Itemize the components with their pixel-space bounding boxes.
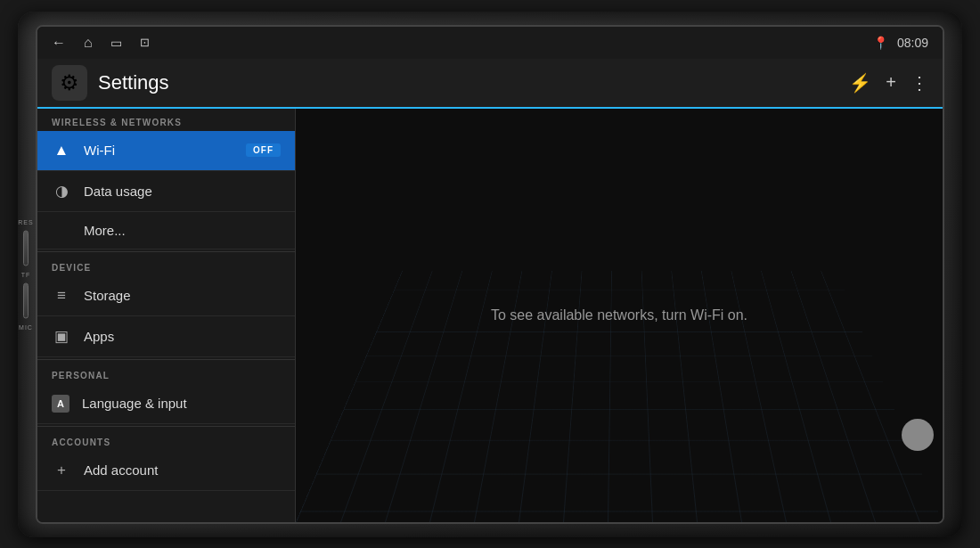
tf-label: TF bbox=[21, 271, 31, 277]
scroll-indicator[interactable] bbox=[902, 419, 934, 451]
settings-header: ⚙ Settings ⚡ + ⋮ bbox=[37, 59, 943, 109]
status-right: 📍 08:09 bbox=[873, 36, 928, 50]
storage-icon: ≡ bbox=[52, 287, 71, 305]
tf-slider[interactable] bbox=[23, 282, 29, 318]
settings-app-icon: ⚙ bbox=[52, 65, 87, 101]
mic-label: MIC bbox=[19, 323, 33, 330]
wifi-toggle[interactable]: OFF bbox=[246, 143, 281, 157]
res-label: RES bbox=[18, 218, 33, 225]
home-icon[interactable]: ⌂ bbox=[84, 35, 93, 51]
flash-icon[interactable]: ⚡ bbox=[849, 72, 871, 94]
wifi-label: Wi-Fi bbox=[84, 143, 233, 158]
res-slider[interactable] bbox=[23, 230, 29, 266]
section-wireless-label: WIRELESS & NETWORKS bbox=[37, 109, 295, 131]
location-icon: 📍 bbox=[873, 36, 888, 50]
language-icon: A bbox=[52, 395, 69, 413]
device-frame: RES TF MIC ← ⌂ ▭ ⊡ 📍 08:09 ⚙ Settings bbox=[18, 12, 962, 537]
back-icon[interactable]: ← bbox=[52, 35, 66, 51]
more-options-icon[interactable]: ⋮ bbox=[911, 72, 928, 94]
section-device-label: DEVICE bbox=[37, 254, 295, 276]
data-usage-label: Data usage bbox=[84, 184, 281, 199]
nav-icons: ← ⌂ ▭ ⊡ bbox=[52, 35, 150, 51]
sidebar-item-wifi[interactable]: ▲ Wi-Fi OFF bbox=[37, 131, 295, 171]
side-controls: RES TF MIC bbox=[18, 218, 34, 330]
add-icon[interactable]: + bbox=[886, 72, 896, 93]
settings-gear-icon: ⚙ bbox=[60, 70, 79, 95]
screen: ← ⌂ ▭ ⊡ 📍 08:09 ⚙ Settings ⚡ + ⋮ bbox=[36, 25, 944, 524]
screenshot-icon[interactable]: ⊡ bbox=[140, 36, 150, 49]
apps-icon: ▣ bbox=[52, 327, 71, 346]
add-account-label: Add account bbox=[84, 462, 281, 478]
sidebar-item-add-account[interactable]: + Add account bbox=[37, 451, 295, 491]
sidebar: WIRELESS & NETWORKS ▲ Wi-Fi OFF ◑ Data u… bbox=[37, 109, 296, 522]
language-label: Language & input bbox=[82, 396, 281, 411]
data-usage-icon: ◑ bbox=[52, 182, 71, 200]
add-account-icon: + bbox=[52, 462, 71, 479]
storage-label: Storage bbox=[84, 288, 281, 303]
main-content: WIRELESS & NETWORKS ▲ Wi-Fi OFF ◑ Data u… bbox=[37, 109, 943, 522]
sidebar-item-more[interactable]: More... bbox=[37, 212, 295, 249]
more-label: More... bbox=[84, 223, 281, 238]
wifi-icon: ▲ bbox=[52, 142, 71, 159]
status-bar: ← ⌂ ▭ ⊡ 📍 08:09 bbox=[37, 27, 943, 59]
sidebar-item-data-usage[interactable]: ◑ Data usage bbox=[37, 171, 295, 212]
sidebar-item-storage[interactable]: ≡ Storage bbox=[37, 276, 295, 316]
header-actions: ⚡ + ⋮ bbox=[849, 72, 928, 94]
section-accounts-label: ACCOUNTS bbox=[37, 429, 295, 451]
clock: 08:09 bbox=[897, 36, 928, 50]
wifi-status-message: To see available networks, turn Wi-Fi on… bbox=[491, 307, 747, 323]
apps-label: Apps bbox=[84, 329, 281, 344]
recents-icon[interactable]: ▭ bbox=[110, 36, 122, 50]
divider-personal bbox=[37, 359, 295, 360]
divider-accounts bbox=[37, 426, 295, 427]
right-panel: To see available networks, turn Wi-Fi on… bbox=[296, 109, 943, 522]
sidebar-item-apps[interactable]: ▣ Apps bbox=[37, 316, 295, 357]
page-title: Settings bbox=[98, 71, 849, 94]
sidebar-item-language[interactable]: A Language & input bbox=[37, 384, 295, 424]
divider-device bbox=[37, 251, 295, 252]
section-personal-label: PERSONAL bbox=[37, 362, 295, 384]
